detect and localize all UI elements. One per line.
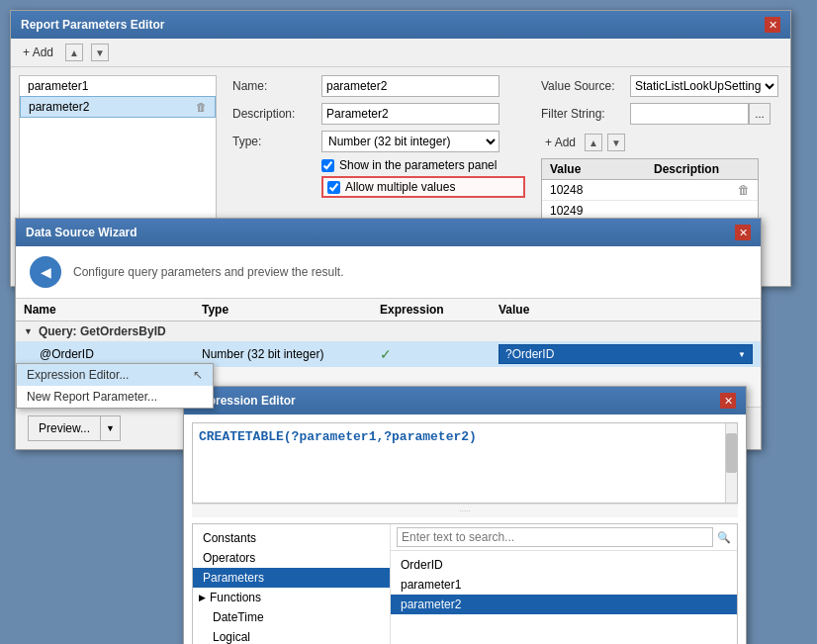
order-id-type: Number (32 bit integer) — [202, 347, 380, 361]
value-table-toolbar: + Add ▲ ▼ — [541, 131, 782, 154]
description-prop-row: Description: — [232, 103, 525, 125]
tree-functions-group[interactable]: ▶ Functions — [193, 588, 390, 607]
value-source-select[interactable]: StaticListLookUpSettings — [630, 75, 778, 97]
col-val-header: Value — [499, 303, 753, 317]
expr-lower-panel: Constants Operators Parameters ▶ Functio… — [192, 523, 738, 644]
preview-dropdown-button[interactable]: ▼ — [101, 421, 120, 435]
expression-editor-option[interactable]: Expression Editor... ↖ — [17, 364, 213, 386]
add-value-button[interactable]: + Add — [541, 134, 580, 151]
tree-logical[interactable]: Logical — [193, 627, 390, 644]
filter-string-input[interactable] — [630, 103, 749, 125]
value-source-panel: Value Source: StaticListLookUpSettings F… — [525, 75, 782, 233]
order-id-item[interactable]: OrderID — [391, 555, 737, 575]
expr-items-list: OrderID parameter1 parameter2 — [391, 551, 737, 618]
order-id-value-text: ?OrderID — [505, 347, 554, 361]
param-props-panel: Name: Description: Type: Number (32 bit … — [217, 75, 525, 233]
expression-check-icon: ✓ — [380, 346, 392, 362]
param-list-item-selected[interactable]: parameter2 🗑 — [20, 96, 216, 118]
dsw-title: Data Source Wizard — [26, 226, 137, 239]
name-label: Name: — [232, 79, 321, 93]
value-source-label: Value Source: — [541, 79, 630, 93]
parameter1-item[interactable]: parameter1 — [391, 575, 737, 595]
col-name-header: Name — [24, 303, 202, 317]
add-param-button[interactable]: + Add — [19, 44, 57, 61]
report-params-close-button[interactable]: ✕ — [765, 17, 780, 33]
expr-titlebar: Expression Editor ✕ — [184, 387, 746, 414]
dsw-data-row-container: @OrderID Number (32 bit integer) ✓ ?Orde… — [16, 341, 761, 367]
expr-search-input[interactable] — [397, 527, 713, 547]
parameter2-item[interactable]: parameter2 — [391, 595, 737, 614]
group-label: Query: GetOrdersByID — [39, 324, 166, 338]
triangle-right-icon: ▶ — [199, 593, 206, 602]
order-id-expr: ✓ — [380, 346, 499, 362]
dropdown-menu: Expression Editor... ↖ New Report Parame… — [16, 363, 214, 409]
delete-param-icon[interactable]: 🗑 — [196, 101, 207, 113]
params-body: parameter1 parameter2 🗑 Name: Descriptio… — [11, 67, 790, 241]
allow-multiple-checkbox[interactable] — [327, 181, 340, 194]
new-report-param-option[interactable]: New Report Parameter... — [17, 386, 213, 408]
param-list-item[interactable]: parameter1 — [20, 76, 216, 96]
move-param-down-button[interactable]: ▼ — [91, 44, 109, 61]
value-cell: 10248 — [546, 182, 650, 198]
filter-string-row: Filter String: … — [541, 103, 782, 125]
expr-search-panel: 🔍 OrderID parameter1 parameter2 — [391, 524, 737, 644]
tree-operators[interactable]: Operators — [193, 548, 390, 568]
dsw-table-header: Name Type Expression Value — [16, 299, 761, 322]
order-id-value-cell: ?OrderID ▼ Expression Editor... ↖ New Re… — [499, 344, 753, 364]
dsw-titlebar: Data Source Wizard ✕ — [16, 219, 761, 246]
show-in-panel-checkbox[interactable] — [321, 159, 334, 172]
expr-editor-container: CREATETABLE(?parameter1,?parameter2) — [192, 422, 738, 504]
report-params-title: Report Parameters Editor — [21, 18, 164, 32]
delete-row-icon[interactable]: 🗑 — [738, 183, 750, 197]
value-table-header: Value Description — [542, 159, 758, 180]
value-table: Value Description 10248 🗑 10249 — [541, 158, 759, 223]
expression-textarea[interactable]: CREATETABLE(?parameter1,?parameter2) — [193, 423, 725, 503]
description-input[interactable] — [321, 103, 499, 125]
tree-datetime[interactable]: DateTime — [193, 607, 390, 627]
expr-resize-handle[interactable]: ····· — [192, 504, 738, 517]
show-in-panel-label: Show in the parameters panel — [339, 158, 497, 172]
dsw-header: ◀ Configure query parameters and preview… — [16, 246, 761, 299]
filter-ellipsis-button[interactable]: … — [749, 103, 771, 125]
move-value-down-button[interactable]: ▼ — [607, 134, 625, 151]
allow-multiple-row: Allow multiple values — [321, 176, 525, 198]
expression-editor-dialog: Expression Editor ✕ CREATETABLE(?paramet… — [183, 386, 747, 644]
move-value-up-button[interactable]: ▲ — [585, 134, 602, 151]
param-name-label-2: parameter2 — [29, 100, 89, 114]
expr-close-button[interactable]: ✕ — [720, 393, 736, 409]
filter-string-label: Filter String: — [541, 107, 630, 121]
dsw-back-button[interactable]: ◀ — [30, 256, 61, 288]
col-type-header: Type — [202, 303, 380, 317]
value-table-row[interactable]: 10248 🗑 — [542, 180, 758, 201]
tree-functions-label: Functions — [210, 591, 261, 604]
cursor-indicator: ↖ — [193, 368, 203, 382]
value-dropdown[interactable]: ?OrderID ▼ — [499, 344, 753, 364]
search-icon: 🔍 — [717, 531, 731, 544]
name-input[interactable] — [321, 75, 499, 97]
col-expr-header: Expression — [380, 303, 499, 317]
dsw-data-row[interactable]: @OrderID Number (32 bit integer) ✓ ?Orde… — [16, 341, 761, 367]
desc-col-header: Description — [650, 161, 754, 177]
tree-parameters[interactable]: Parameters — [193, 568, 390, 588]
name-prop-row: Name: — [232, 75, 525, 97]
value-cell-2: 10249 — [546, 203, 650, 219]
type-prop-row: Type: Number (32 bit integer) — [232, 131, 525, 152]
preview-container: Preview... ▼ — [28, 415, 121, 441]
move-param-up-button[interactable]: ▲ — [65, 44, 83, 61]
expr-scrollbar-thumb — [726, 433, 737, 473]
triangle-down-icon: ▼ — [24, 326, 33, 336]
dsw-close-button[interactable]: ✕ — [735, 225, 751, 240]
report-params-titlebar: Report Parameters Editor ✕ — [11, 11, 790, 39]
dsw-group-row: ▼ Query: GetOrdersByID — [16, 322, 761, 341]
type-select[interactable]: Number (32 bit integer) — [321, 131, 499, 152]
allow-multiple-label: Allow multiple values — [345, 180, 455, 194]
report-params-toolbar: + Add ▲ ▼ — [11, 39, 790, 67]
show-in-panel-row: Show in the parameters panel — [321, 158, 525, 172]
expr-scrollbar[interactable] — [725, 423, 737, 503]
tree-constants[interactable]: Constants — [193, 528, 390, 548]
preview-button[interactable]: Preview... — [29, 416, 101, 440]
desc-cell: 🗑 — [650, 182, 754, 198]
expr-search-bar: 🔍 — [391, 524, 737, 551]
param-name-label: parameter1 — [28, 79, 88, 93]
param-list-panel: parameter1 parameter2 🗑 — [19, 75, 217, 233]
